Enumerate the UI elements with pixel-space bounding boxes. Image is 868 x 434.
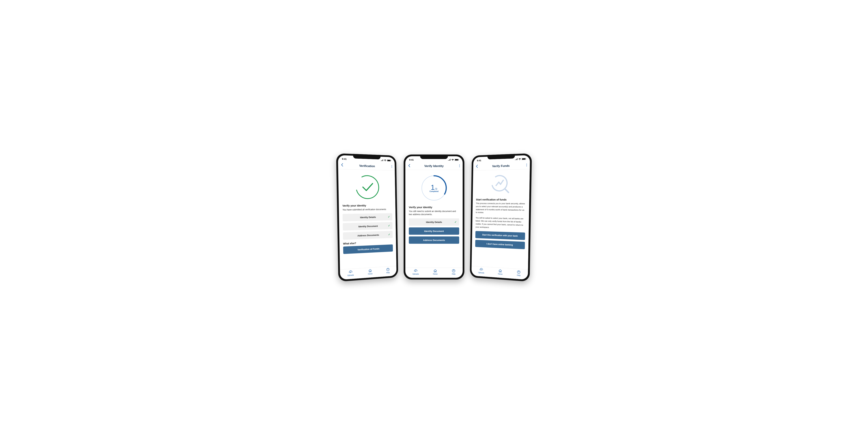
tab-home[interactable]: Home [498, 269, 503, 275]
screen: 9:41 Verify Funds [471, 155, 530, 280]
battery-icon [455, 159, 459, 161]
svg-point-12 [459, 164, 460, 165]
tab-bar: Uploads Home Help [405, 268, 463, 278]
svg-rect-21 [526, 158, 526, 159]
status-indicators [515, 158, 526, 160]
identity-details-item[interactable]: Identity Details ✓ [409, 218, 459, 226]
identity-document-button[interactable]: Identity Document [409, 227, 459, 235]
tab-help[interactable]: Help [517, 270, 521, 276]
svg-point-22 [526, 163, 527, 164]
tab-home[interactable]: Home [433, 269, 438, 275]
checkmark-circle-icon [354, 174, 380, 200]
back-button[interactable] [341, 163, 345, 168]
check-icon: ✓ [388, 224, 390, 227]
screen: 9:41 Verify Identity [405, 156, 463, 278]
section-subtext: You still need to submit an identity doc… [409, 210, 459, 216]
section-heading: Verify your identity [342, 204, 392, 207]
home-icon [368, 269, 372, 273]
address-documents-button[interactable]: Address Documents [409, 237, 459, 244]
phone-verification: 9:41 Verification Veri [336, 153, 398, 282]
svg-point-15 [422, 176, 446, 200]
back-button[interactable] [408, 164, 412, 168]
svg-point-14 [459, 166, 460, 167]
wifi-icon [384, 159, 386, 161]
status-time: 9:41 [409, 158, 414, 161]
section-subtext: You have submitted all verification docu… [342, 208, 392, 212]
progress-ring-icon [420, 174, 448, 202]
content: Start verification of funds This process… [472, 169, 530, 270]
more-vertical-icon [392, 165, 392, 168]
tab-label: Home [368, 273, 373, 275]
tab-home[interactable]: Home [368, 269, 373, 275]
home-icon [498, 269, 502, 273]
battery-icon [522, 158, 526, 160]
no-online-banking-button[interactable]: I don't have online banking [475, 240, 525, 249]
section-heading: Verify your identity [409, 206, 459, 209]
tab-uploads[interactable]: Uploads [478, 268, 484, 274]
paragraph-2: You will be asked to select your bank, n… [475, 216, 525, 230]
status-indicators [380, 159, 391, 161]
upload-cloud-icon [479, 268, 483, 272]
help-icon [386, 268, 390, 272]
tab-label: Help [386, 272, 390, 274]
tab-help[interactable]: Help [386, 268, 390, 274]
button-label: I don't have online banking [487, 243, 513, 246]
tab-label: Help [517, 274, 521, 277]
tab-help[interactable]: Help [452, 269, 456, 275]
button-label: Start this verification with your bank [482, 234, 518, 237]
content: Verify your identity You have submitted … [338, 169, 396, 270]
content: 1/3 Completed Verify your identity You s… [405, 170, 463, 268]
svg-point-27 [519, 273, 519, 273]
identity-document-item[interactable]: Identity Document ✓ [343, 222, 393, 230]
check-icon: ✓ [388, 233, 391, 236]
more-button[interactable] [456, 164, 460, 168]
chevron-left-icon [408, 164, 410, 167]
section-heading: Start verification of funds [476, 198, 526, 201]
what-else-label: What else? [343, 240, 393, 245]
signal-icon [448, 159, 451, 161]
progress-text: 1/3 Completed [420, 174, 448, 202]
address-documents-item[interactable]: Address Documents ✓ [343, 231, 393, 240]
item-label: Identity Details [360, 216, 376, 219]
notch [353, 154, 381, 159]
page-title: Verification [359, 164, 375, 168]
tab-uploads[interactable]: Uploads [412, 269, 419, 275]
tab-uploads[interactable]: Uploads [347, 270, 354, 276]
svg-point-18 [454, 271, 454, 272]
more-button[interactable] [523, 163, 527, 167]
signal-icon [515, 158, 518, 160]
more-button[interactable] [388, 165, 392, 168]
start-verification-button[interactable]: Start this verification with your bank [475, 231, 525, 240]
tab-label: Uploads [347, 274, 354, 277]
svg-point-8 [388, 270, 388, 270]
back-button[interactable] [476, 164, 480, 169]
item-label: Identity Details [426, 221, 442, 223]
magnify-chart-icon [489, 173, 512, 196]
wifi-icon [452, 159, 454, 161]
button-label: Verification of Funds [358, 247, 379, 251]
paragraph-1: This process connects you to your bank s… [476, 202, 526, 215]
progress-done: 1 [431, 184, 435, 191]
header: Verify Identity [405, 163, 463, 170]
more-vertical-icon [526, 163, 527, 166]
tab-label: Help [452, 273, 456, 275]
upload-cloud-icon [414, 269, 417, 273]
button-label: Address Documents [423, 239, 445, 242]
item-label: Address Documents [358, 234, 379, 237]
svg-point-3 [392, 165, 392, 166]
battery-icon [387, 159, 391, 161]
button-label: Identity Document [424, 230, 444, 232]
svg-point-23 [526, 164, 527, 165]
svg-rect-11 [459, 159, 459, 160]
verification-of-funds-button[interactable]: Verification of Funds [343, 244, 393, 254]
svg-rect-2 [391, 160, 391, 161]
chevron-left-icon [476, 164, 478, 168]
tab-label: Home [498, 273, 503, 275]
svg-rect-1 [388, 160, 390, 161]
identity-details-item[interactable]: Identity Details ✓ [342, 213, 392, 221]
status-time: 9:41 [342, 157, 347, 160]
funds-graphic [476, 172, 526, 197]
help-icon [517, 270, 521, 274]
progress-label: Completed [430, 190, 438, 192]
status-time: 9:41 [477, 159, 481, 162]
